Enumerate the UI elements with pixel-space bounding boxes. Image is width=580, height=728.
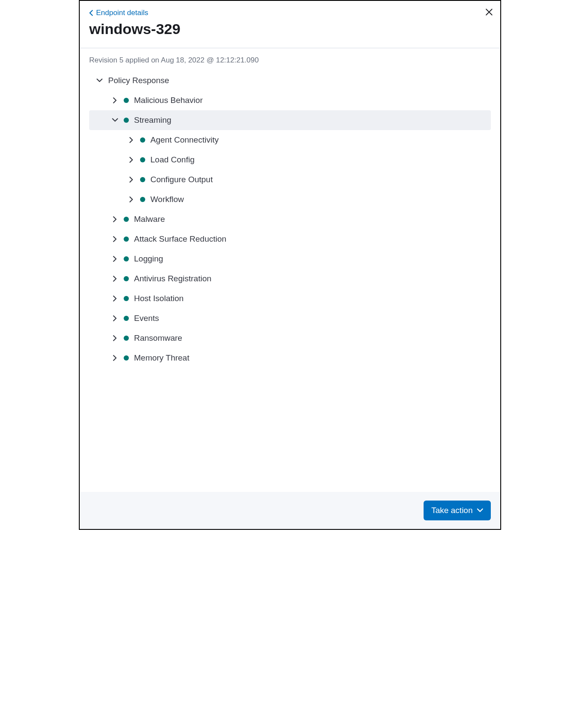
chevron-right-icon xyxy=(112,255,118,262)
status-dot-icon xyxy=(124,217,129,222)
tree-item-label: Ransomware xyxy=(134,333,182,343)
chevron-down-icon xyxy=(96,77,103,84)
status-dot-icon xyxy=(124,316,129,321)
tree-item-logging[interactable]: Logging xyxy=(89,249,491,269)
status-dot-icon xyxy=(124,118,129,123)
status-dot-icon xyxy=(124,276,129,281)
tree-item-malicious-behavior[interactable]: Malicious Behavior xyxy=(89,90,491,110)
status-dot-icon xyxy=(140,157,145,162)
tree-item-label: Agent Connectivity xyxy=(150,135,218,145)
chevron-left-icon xyxy=(89,10,94,16)
tree-item-label: Antivirus Registration xyxy=(134,274,212,283)
tree-item-label: Malware xyxy=(134,215,165,224)
tree-item-label: Malicious Behavior xyxy=(134,96,203,105)
status-dot-icon xyxy=(124,336,129,341)
flyout-footer: Take action xyxy=(80,492,500,529)
tree-root-policy-response[interactable]: Policy Response xyxy=(89,71,491,90)
tree-item-label: Configure Output xyxy=(150,175,213,184)
close-button[interactable] xyxy=(484,7,494,17)
status-dot-icon xyxy=(140,177,145,182)
tree-item-attack-surface-reduction[interactable]: Attack Surface Reduction xyxy=(89,229,491,249)
flyout-header: Endpoint details windows-329 xyxy=(80,1,500,48)
flyout-body: Revision 5 applied on Aug 18, 2022 @ 12:… xyxy=(80,48,500,492)
close-icon xyxy=(485,8,493,16)
chevron-right-icon xyxy=(128,196,135,203)
tree-root-label: Policy Response xyxy=(108,76,169,85)
status-dot-icon xyxy=(140,197,145,202)
tree-item-ransomware[interactable]: Ransomware xyxy=(89,328,491,348)
status-dot-icon xyxy=(124,296,129,301)
back-link-label: Endpoint details xyxy=(96,9,148,17)
take-action-label: Take action xyxy=(431,506,473,515)
status-dot-icon xyxy=(124,256,129,261)
status-dot-icon xyxy=(124,236,129,242)
tree-item-label: Workflow xyxy=(150,195,184,204)
chevron-down-icon xyxy=(477,507,483,513)
chevron-right-icon xyxy=(112,275,118,282)
status-dot-icon xyxy=(140,137,145,143)
revision-text: Revision 5 applied on Aug 18, 2022 @ 12:… xyxy=(89,56,491,65)
tree-item-host-isolation[interactable]: Host Isolation xyxy=(89,289,491,308)
status-dot-icon xyxy=(124,355,129,361)
tree-item-events[interactable]: Events xyxy=(89,308,491,328)
back-link[interactable]: Endpoint details xyxy=(89,9,491,17)
tree-item-label: Load Config xyxy=(150,155,194,165)
chevron-right-icon xyxy=(112,335,118,342)
tree-item-load-config[interactable]: Load Config xyxy=(89,150,491,170)
chevron-down-icon xyxy=(112,117,118,124)
tree-item-label: Host Isolation xyxy=(134,294,184,303)
page-title: windows-329 xyxy=(89,21,491,37)
tree-item-label: Events xyxy=(134,314,159,323)
tree-item-malware[interactable]: Malware xyxy=(89,209,491,229)
tree-item-workflow[interactable]: Workflow xyxy=(89,190,491,209)
tree-item-label: Attack Surface Reduction xyxy=(134,234,226,244)
take-action-button[interactable]: Take action xyxy=(424,501,491,520)
tree-item-antivirus-registration[interactable]: Antivirus Registration xyxy=(89,269,491,289)
tree-item-memory-threat[interactable]: Memory Threat xyxy=(89,348,491,368)
tree-item-agent-connectivity[interactable]: Agent Connectivity xyxy=(89,130,491,150)
tree-item-configure-output[interactable]: Configure Output xyxy=(89,170,491,190)
tree-item-label: Logging xyxy=(134,254,163,264)
chevron-right-icon xyxy=(112,216,118,223)
chevron-right-icon xyxy=(112,236,118,243)
chevron-right-icon xyxy=(112,97,118,104)
status-dot-icon xyxy=(124,98,129,103)
chevron-right-icon xyxy=(128,176,135,183)
tree-item-label: Streaming xyxy=(134,115,172,125)
chevron-right-icon xyxy=(112,315,118,322)
chevron-right-icon xyxy=(128,156,135,163)
tree-item-streaming[interactable]: Streaming xyxy=(89,110,491,130)
chevron-right-icon xyxy=(112,355,118,361)
tree-item-label: Memory Threat xyxy=(134,353,189,363)
chevron-right-icon xyxy=(128,137,135,143)
chevron-right-icon xyxy=(112,295,118,302)
